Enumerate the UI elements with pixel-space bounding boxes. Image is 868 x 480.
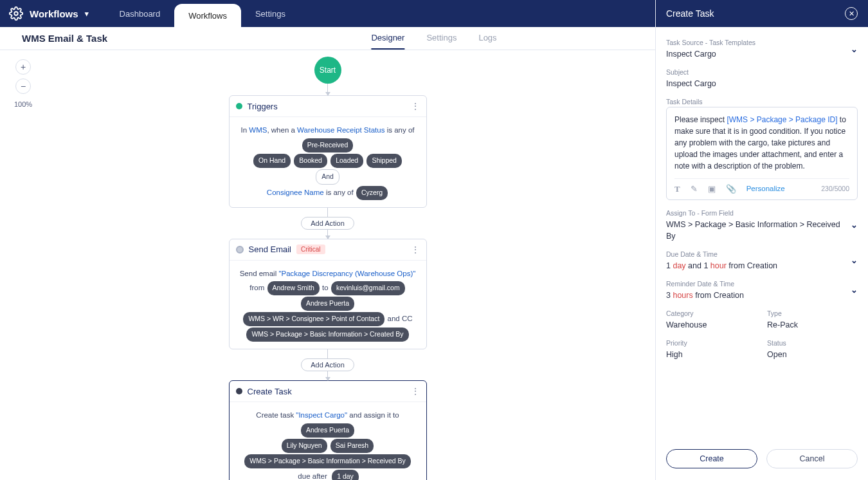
add-action-button[interactable]: Add Action — [301, 358, 354, 371]
close-icon[interactable]: ✕ — [845, 7, 858, 20]
workflow-title: WMS Email & Task — [22, 33, 107, 44]
svg-point-0 — [14, 12, 18, 15]
chevron-down-icon: ⌄ — [851, 285, 858, 295]
subtab-logs[interactable]: Logs — [478, 27, 496, 50]
panel-title: Create Task — [666, 8, 714, 19]
create-task-body: Create task "Inspect Cargo" and assign i… — [230, 402, 426, 480]
triggers-card[interactable]: Triggers ⋮ In WMS, when a Warehouse Rece… — [229, 95, 427, 208]
task-details-textarea[interactable]: Please inspect [WMS > Package > Package … — [666, 107, 858, 200]
brand[interactable]: Workflows ▾ — [9, 6, 89, 21]
connector — [327, 208, 328, 217]
card-title: Send Email — [249, 245, 291, 254]
create-button[interactable]: Create — [666, 449, 757, 468]
connector — [327, 349, 328, 358]
priority-field[interactable]: Priority High — [666, 339, 757, 360]
connector — [327, 371, 328, 380]
connector — [327, 230, 328, 239]
nav-tab-workflows[interactable]: Workflows — [174, 4, 241, 27]
due-date-select[interactable]: Due Date & Time 1 day and 1 hour from Cr… — [666, 250, 858, 271]
attachment-icon[interactable]: 📎 — [726, 183, 736, 196]
kebab-menu-icon[interactable]: ⋮ — [411, 245, 420, 255]
chevron-down-icon: ⌄ — [851, 44, 858, 54]
send-email-card[interactable]: Send Email Critical ⋮ Send email "Packag… — [229, 239, 427, 350]
image-icon[interactable]: ▣ — [708, 183, 716, 196]
create-task-card[interactable]: Create Task ⋮ Create task "Inspect Cargo… — [229, 380, 427, 480]
chevron-down-icon: ⌄ — [851, 220, 858, 230]
brand-label: Workflows — [30, 8, 78, 19]
eyedropper-icon[interactable]: ✎ — [691, 183, 698, 196]
start-node[interactable]: Start — [314, 57, 341, 84]
task-dot-icon — [236, 388, 242, 394]
add-action-button[interactable]: Add Action — [301, 217, 354, 230]
personalize-link[interactable]: Personalize — [746, 183, 785, 194]
type-field[interactable]: Type Re-Pack — [767, 309, 858, 330]
kebab-menu-icon[interactable]: ⋮ — [411, 101, 420, 111]
email-dot-icon — [236, 246, 244, 254]
chevron-down-icon: ⌄ — [851, 255, 858, 265]
send-email-body: Send email "Package Discrepancy (Warehou… — [230, 261, 426, 349]
cancel-button[interactable]: Cancel — [766, 449, 858, 468]
status-field[interactable]: Status Open — [767, 339, 858, 360]
nav-tab-dashboard[interactable]: Dashboard — [105, 0, 175, 27]
panel-header: Create Task ✕ — [656, 0, 868, 27]
task-source-select[interactable]: Task Source - Task Templates Inspect Car… — [666, 39, 858, 59]
connector — [327, 84, 328, 95]
char-count: 230/5000 — [821, 184, 849, 194]
nav-tab-settings[interactable]: Settings — [241, 0, 300, 27]
create-task-panel: Create Task ✕ Task Source - Task Templat… — [655, 0, 868, 480]
task-details-field: Task Details Please inspect [WMS > Packa… — [666, 98, 858, 200]
chevron-down-icon: ▾ — [85, 10, 89, 18]
card-title: Create Task — [248, 387, 292, 396]
triggers-body: In WMS, when a Warehouse Receipt Status … — [230, 117, 426, 207]
subject-field[interactable]: Subject Inspect Cargo — [666, 68, 858, 89]
priority-badge: Critical — [296, 245, 325, 254]
card-title: Triggers — [248, 102, 278, 111]
subtab-settings[interactable]: Settings — [426, 27, 457, 50]
trigger-dot-icon — [236, 103, 242, 109]
designer-canvas[interactable]: Start Triggers ⋮ In WMS, when a Warehous… — [0, 50, 655, 480]
subtabs: Designer Settings Logs — [371, 27, 496, 50]
reminder-select[interactable]: Reminder Date & Time 3 hours from Creati… — [666, 280, 858, 300]
gear-icon — [9, 6, 23, 21]
text-format-icon[interactable]: T — [674, 183, 680, 196]
assign-to-select[interactable]: Assign To - Form Field WMS > Package > B… — [666, 209, 858, 241]
kebab-menu-icon[interactable]: ⋮ — [411, 386, 420, 396]
category-field[interactable]: Category Warehouse — [666, 309, 757, 330]
subtab-designer[interactable]: Designer — [371, 27, 404, 50]
